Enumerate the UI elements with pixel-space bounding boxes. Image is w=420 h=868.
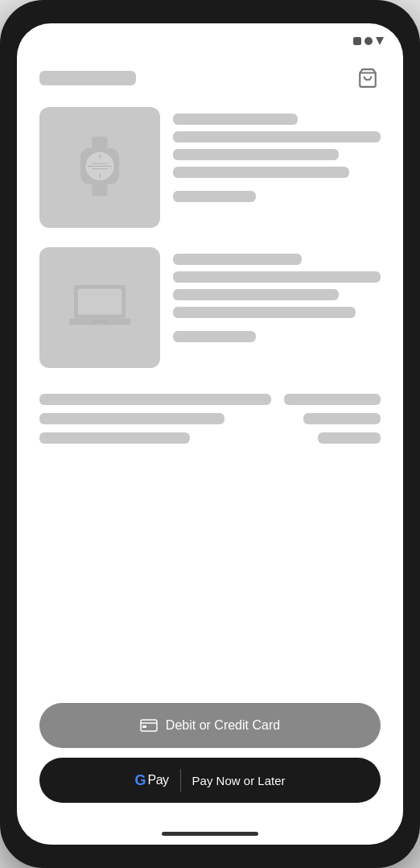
top-bar (39, 59, 381, 91)
screen-content (17, 59, 403, 693)
summary-bar-r1 (284, 394, 381, 405)
product-title-bar-2 (173, 254, 302, 265)
svg-rect-13 (78, 289, 121, 315)
product-price-bar-1 (173, 191, 256, 202)
status-icons (353, 37, 384, 45)
summary-bar-l3 (39, 432, 190, 444)
summary-bar-l1 (39, 394, 271, 405)
gpay-pay-word: Pay (148, 773, 169, 787)
gpay-logo: G Pay (135, 772, 169, 789)
product-desc-bar-1c (173, 167, 349, 178)
status-bar (17, 23, 403, 59)
summary-bar-l2 (39, 413, 224, 424)
svg-rect-1 (92, 137, 107, 148)
gpay-divider (180, 769, 181, 792)
product-item-laptop (39, 247, 381, 368)
product-desc-bar-2a (173, 271, 381, 283)
signal-icon (353, 37, 361, 45)
home-indicator (17, 822, 403, 845)
product-image-watch (39, 107, 160, 228)
svg-rect-18 (142, 725, 146, 728)
product-desc-bar-1a (173, 131, 381, 143)
debit-credit-button[interactable]: Debit or Credit Card (39, 703, 381, 748)
gpay-g-blue: G (135, 772, 146, 788)
credit-card-icon (140, 719, 158, 732)
product-desc-bar-2c (173, 307, 356, 318)
summary-bar-r2 (303, 413, 381, 424)
phone-frame: Debit or Credit Card G Pay Pay Now or La… (0, 0, 420, 868)
product-title-bar-1 (173, 114, 298, 125)
bottom-buttons: Debit or Credit Card G Pay Pay Now or La… (17, 693, 403, 822)
debit-button-label: Debit or Credit Card (166, 718, 280, 733)
svg-rect-2 (92, 184, 107, 196)
page-title-placeholder (39, 71, 136, 85)
product-price-bar-2 (173, 331, 256, 342)
product-details-laptop (173, 247, 381, 368)
product-details-watch (173, 107, 381, 228)
product-image-laptop (39, 247, 160, 368)
svg-rect-15 (92, 320, 107, 323)
home-bar (162, 832, 258, 836)
gpay-action-label: Pay Now or Later (192, 774, 286, 787)
wifi-icon (364, 37, 373, 45)
product-desc-bar-1b (173, 149, 339, 160)
product-item-watch (39, 107, 381, 228)
summary-section (39, 394, 381, 444)
phone-screen: Debit or Credit Card G Pay Pay Now or La… (17, 23, 403, 845)
product-desc-bar-2b (173, 289, 339, 300)
summary-bar-r3 (318, 432, 381, 444)
gpay-button[interactable]: G Pay Pay Now or Later (39, 758, 381, 803)
summary-right (284, 394, 381, 444)
empty-space (39, 457, 381, 680)
cart-icon[interactable] (355, 65, 381, 91)
battery-icon (376, 37, 384, 45)
summary-left (39, 394, 271, 444)
